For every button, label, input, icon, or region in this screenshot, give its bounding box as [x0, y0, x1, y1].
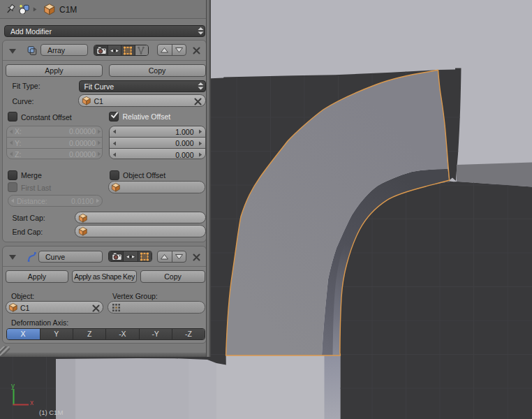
- svg-text:x: x: [30, 399, 34, 406]
- svg-text:(1) C1M: (1) C1M: [39, 409, 63, 416]
- svg-text:y: y: [11, 382, 15, 390]
